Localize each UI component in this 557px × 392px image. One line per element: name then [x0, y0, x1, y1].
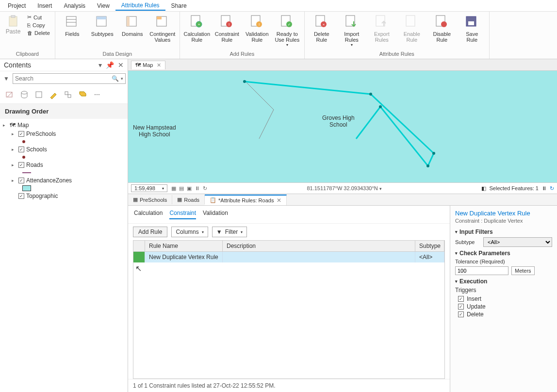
- delete-button[interactable]: 🗑Delete: [25, 30, 52, 36]
- list-by-selection-icon[interactable]: [33, 89, 45, 100]
- subtype-select[interactable]: <All>: [483, 237, 552, 247]
- map-view[interactable]: New HampsteadHigh School Groves HighScho…: [128, 71, 557, 182]
- subtab-validation[interactable]: Validation: [203, 210, 228, 219]
- collapse-icon[interactable]: ▸: [12, 163, 16, 167]
- grid2-icon[interactable]: ▤: [179, 185, 184, 192]
- list-by-drawing-icon[interactable]: [4, 89, 16, 100]
- pause-icon[interactable]: ⏸: [195, 185, 200, 192]
- subtypes-button[interactable]: Subtypes: [88, 14, 116, 38]
- domains-button[interactable]: Domains: [118, 14, 147, 38]
- subtab-constraint[interactable]: Constraint: [169, 210, 196, 219]
- copy-button[interactable]: ⎘Copy: [25, 22, 52, 29]
- close-icon[interactable]: ✕: [118, 61, 124, 69]
- import-rules-button[interactable]: ImportRules▾: [338, 14, 366, 48]
- checkbox[interactable]: ✓: [18, 131, 24, 137]
- group-label-clipboard: Clipboard: [3, 50, 52, 58]
- col-subtype[interactable]: Subtype: [415, 241, 444, 251]
- layer-preschools[interactable]: ▸ ✓ PreSchools: [3, 130, 125, 138]
- layer-roads[interactable]: ▸ ✓ Roads: [3, 161, 125, 169]
- disable-rule-button[interactable]: DisableRule: [428, 14, 456, 44]
- pause-icon[interactable]: ⏸: [541, 185, 547, 191]
- collapse-icon[interactable]: ▸: [3, 123, 8, 128]
- layer-topographic[interactable]: ✓ Topographic: [3, 192, 125, 200]
- collapse-icon[interactable]: ▸: [12, 147, 16, 152]
- trigger-update-row[interactable]: ✓Update: [458, 303, 552, 310]
- constraint-rule-button[interactable]: !ConstraintRule: [213, 14, 241, 44]
- close-icon[interactable]: ✕: [277, 197, 281, 204]
- columns-dropdown[interactable]: Columns▾: [171, 227, 208, 237]
- paste-button[interactable]: Paste: [3, 14, 23, 36]
- close-icon[interactable]: ✕: [157, 62, 161, 68]
- section-check-parameters[interactable]: ▾Check Parameters: [455, 250, 552, 257]
- section-input-filters[interactable]: ▾Input Filters: [455, 229, 552, 235]
- trigger-delete-row[interactable]: ✓Delete: [458, 311, 552, 318]
- checkbox[interactable]: ✓: [458, 296, 464, 302]
- tolerance-input[interactable]: [455, 266, 508, 275]
- menu-insert[interactable]: Insert: [32, 1, 58, 10]
- checkbox[interactable]: ✓: [18, 193, 24, 199]
- filter-icon[interactable]: ▼: [2, 75, 11, 82]
- coordinates[interactable]: 81.1511787°W 32.0934330°N ▾: [211, 185, 478, 191]
- search-box[interactable]: 🔍 ▾: [13, 73, 126, 84]
- tolerance-unit[interactable]: Meters: [511, 266, 535, 275]
- row-marker[interactable]: [133, 252, 145, 262]
- refresh-icon[interactable]: ↻: [550, 185, 554, 192]
- collapse-icon[interactable]: ▸: [12, 131, 16, 136]
- collapse-icon[interactable]: ▸: [12, 178, 16, 183]
- refresh-icon[interactable]: ↻: [203, 185, 207, 192]
- snap-icon[interactable]: ▣: [187, 185, 192, 192]
- checkbox[interactable]: ✓: [458, 304, 464, 310]
- trigger-insert-row[interactable]: ✓Insert: [458, 295, 552, 302]
- delete-label: Delete: [34, 30, 50, 36]
- svg-rect-35: [36, 92, 42, 98]
- menu-view[interactable]: View: [91, 1, 115, 10]
- scale-selector[interactable]: 1:59,498▾: [131, 184, 167, 192]
- save-rule-button[interactable]: SaveRule: [458, 14, 486, 44]
- subtab-calculation[interactable]: Calculation: [134, 210, 163, 219]
- add-rule-button[interactable]: Add Rule: [133, 227, 167, 237]
- col-rule-name[interactable]: Rule Name: [145, 241, 223, 251]
- table-row[interactable]: New Duplicate Vertex Rule <All>: [133, 252, 444, 262]
- search-icon[interactable]: 🔍: [112, 75, 119, 82]
- more-icon[interactable]: ⋯: [91, 89, 103, 100]
- validation-rule-button[interactable]: !ValidationRule: [243, 14, 271, 44]
- cut-button[interactable]: ✂Cut: [25, 14, 52, 21]
- layer-attendance-zones[interactable]: ▸ ✓ AttendanceZones: [3, 176, 125, 185]
- pin-icon[interactable]: 📌: [106, 61, 114, 69]
- calculation-rule-button[interactable]: +CalculationRule: [183, 14, 211, 44]
- layer-schools[interactable]: ▸ ✓ Schools: [3, 145, 125, 154]
- tab-label: PreSchools: [140, 197, 167, 203]
- search-input[interactable]: [15, 75, 112, 82]
- enable-rule-button[interactable]: EnableRule: [398, 14, 426, 44]
- tab-roads[interactable]: ▦Roads: [172, 195, 205, 204]
- chevron-down-icon[interactable]: ▾: [119, 76, 123, 81]
- delete-rule-button[interactable]: ×DeleteRule: [308, 14, 336, 44]
- chevron-down-icon[interactable]: ▾: [98, 61, 102, 69]
- grid-icon[interactable]: ▦: [171, 185, 176, 192]
- menu-share[interactable]: Share: [165, 1, 193, 10]
- filter-dropdown[interactable]: ▼Filter▾: [212, 227, 247, 237]
- contingent-values-button[interactable]: ContingentValues: [148, 14, 177, 44]
- menu-attribute-rules[interactable]: Attribute Rules: [115, 1, 165, 11]
- checkbox[interactable]: ✓: [458, 311, 464, 317]
- checkbox[interactable]: ✓: [18, 178, 24, 183]
- list-by-source-icon[interactable]: [18, 89, 30, 100]
- checkbox[interactable]: ✓: [18, 147, 24, 152]
- section-execution[interactable]: ▾Execution: [455, 278, 552, 285]
- ready-to-use-rules-button[interactable]: ✓Ready toUse Rules▾: [273, 14, 301, 48]
- map-tab[interactable]: 🗺 Map ✕: [131, 61, 165, 69]
- list-by-snapping-icon[interactable]: [62, 89, 74, 100]
- col-select[interactable]: [133, 241, 145, 251]
- contents-pane: Contents ▾ 📌 ✕ ▼ 🔍 ▾ ⋯ Drawing Order: [0, 59, 128, 392]
- fields-button[interactable]: Fields: [58, 14, 86, 38]
- col-description[interactable]: Description: [223, 241, 415, 251]
- checkbox[interactable]: ✓: [18, 162, 24, 168]
- list-by-labeling-icon[interactable]: [77, 89, 88, 100]
- export-rules-button[interactable]: ExportRules: [368, 14, 396, 44]
- menu-project[interactable]: Project: [2, 1, 32, 10]
- menu-analysis[interactable]: Analysis: [58, 1, 91, 10]
- tab-attribute-rules-roads[interactable]: 📋*Attribute Rules: Roads✕: [205, 195, 287, 205]
- tree-map[interactable]: ▸ 🗺 Map: [3, 121, 125, 130]
- list-by-editing-icon[interactable]: [48, 89, 59, 100]
- tab-preschools[interactable]: ▦PreSchools: [128, 195, 172, 204]
